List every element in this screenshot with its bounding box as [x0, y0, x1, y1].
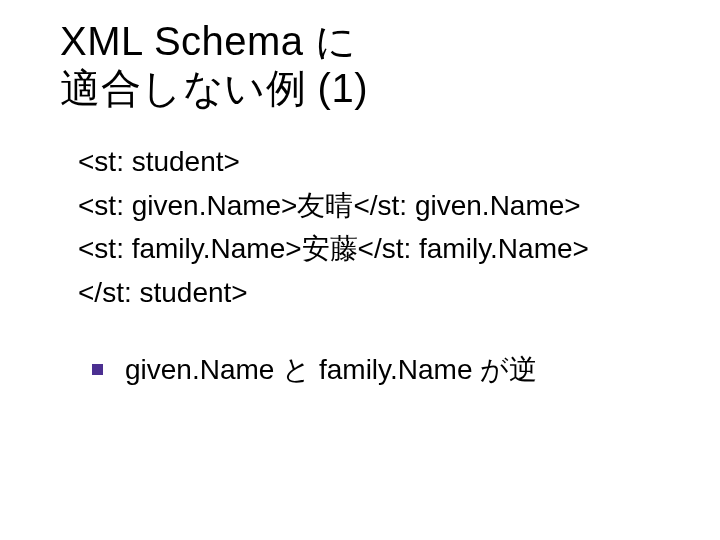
slide-title: XML Schema に 適合しない例 (1): [60, 18, 680, 112]
bullet-item: given.Name と family.Name が逆: [92, 350, 680, 389]
xml-line-3: <st: family.Name>安藤</st: family.Name>: [78, 227, 680, 270]
xml-line-4: </st: student>: [78, 271, 680, 314]
xml-line-2: <st: given.Name>友晴</st: given.Name>: [78, 184, 680, 227]
square-bullet-icon: [92, 364, 103, 375]
title-line-1: XML Schema に: [60, 19, 357, 63]
slide-body: <st: student> <st: given.Name>友晴</st: gi…: [78, 140, 680, 389]
slide: XML Schema に 適合しない例 (1) <st: student> <s…: [0, 0, 720, 540]
bullet-text: given.Name と family.Name が逆: [125, 350, 537, 389]
title-line-2: 適合しない例 (1): [60, 66, 368, 110]
xml-line-1: <st: student>: [78, 140, 680, 183]
